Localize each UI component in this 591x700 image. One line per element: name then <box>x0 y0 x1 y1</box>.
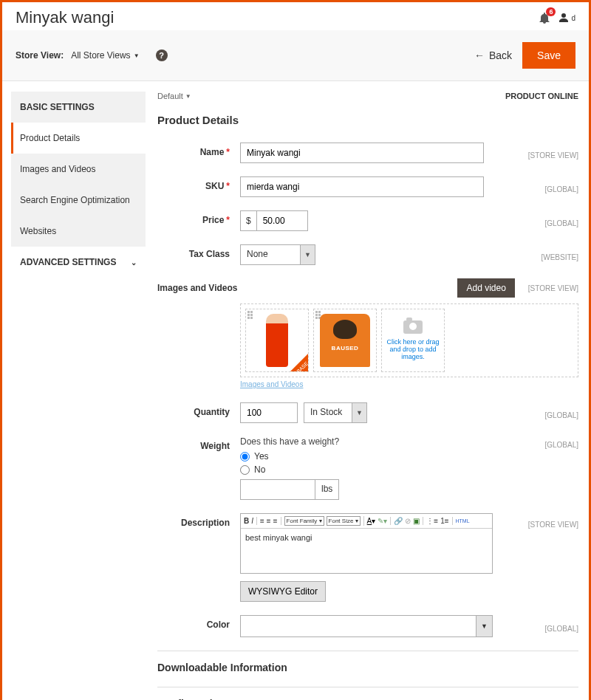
font-family-select[interactable]: Font Family ▾ <box>284 516 324 526</box>
stock-select[interactable]: In Stock ▼ <box>304 402 367 423</box>
chevron-down-icon: ▼ <box>134 52 140 59</box>
weight-unit: lbs <box>315 479 339 500</box>
weight-no-radio[interactable]: No <box>240 464 578 475</box>
highlight-icon[interactable]: ✎▾ <box>378 517 387 525</box>
tax-scope: [WEBSITE] <box>535 249 578 261</box>
weight-yes-radio[interactable]: Yes <box>240 451 578 461</box>
tax-value: None <box>240 244 301 265</box>
unlink-icon[interactable]: ⊘ <box>405 517 411 525</box>
product-image <box>320 314 370 367</box>
images-label: Images and Videos <box>157 283 238 293</box>
stock-value: In Stock <box>304 402 352 423</box>
drop-text: Click here or drag and drop to add image… <box>386 338 440 360</box>
text-color-icon[interactable]: A▾ <box>367 517 376 525</box>
chevron-down-icon: ▼ <box>352 402 367 423</box>
store-view-label: Store View: <box>16 50 64 61</box>
sku-input[interactable] <box>240 176 484 197</box>
color-label: Color <box>207 620 230 630</box>
color-select[interactable]: ▼ <box>240 615 493 637</box>
images-videos-link[interactable]: Images and Videos <box>240 380 303 388</box>
save-button[interactable]: Save <box>522 42 575 69</box>
align-center-icon[interactable]: ≡ <box>267 517 271 525</box>
sidebar-item-websites[interactable]: Websites <box>11 216 146 247</box>
sidebar-basic-header[interactable]: BASIC SETTINGS <box>11 92 146 123</box>
back-button[interactable]: ← Back <box>474 49 512 61</box>
drag-handle-icon[interactable] <box>247 311 253 319</box>
align-right-icon[interactable]: ≡ <box>273 517 278 525</box>
sidebar-item-images[interactable]: Images and Videos <box>11 154 146 185</box>
sidebar-advanced-label: ADVANCED SETTINGS <box>20 257 116 267</box>
currency-symbol: $ <box>240 210 256 231</box>
base-badge: BASE <box>290 354 308 371</box>
weight-question: Does this have a weight? <box>240 436 578 447</box>
image-icon[interactable]: ▣ <box>413 517 420 525</box>
downloadable-section[interactable]: Downloadable Information <box>157 651 578 681</box>
default-label: Default <box>157 92 183 100</box>
chevron-down-icon: ▼ <box>185 93 191 100</box>
camera-icon <box>403 320 423 334</box>
wysiwyg-button[interactable]: WYSIWYG Editor <box>240 581 326 602</box>
tax-label: Tax Class <box>189 249 230 259</box>
description-label: Description <box>181 518 230 528</box>
sidebar-item-product-details[interactable]: Product Details <box>11 123 146 154</box>
link-icon[interactable]: 🔗 <box>394 517 403 525</box>
image-drop-zone[interactable]: Click here or drag and drop to add image… <box>381 309 445 372</box>
bullet-list-icon[interactable]: ⋮≡ <box>426 517 438 525</box>
bold-icon[interactable]: B <box>244 517 249 525</box>
image-tile[interactable] <box>313 309 377 372</box>
quantity-input[interactable] <box>240 402 298 423</box>
description-editor[interactable]: B I ≡ ≡ ≡ Font Family ▾ Font Size ▾ <box>240 513 493 574</box>
notification-badge: 6 <box>546 7 556 16</box>
price-input[interactable] <box>256 210 308 231</box>
page-title: Minyak wangi <box>16 8 114 27</box>
font-size-select[interactable]: Font Size ▾ <box>327 516 361 526</box>
name-input[interactable] <box>240 143 484 163</box>
help-icon[interactable]: ? <box>156 49 168 61</box>
html-button[interactable]: HTML <box>456 518 470 524</box>
arrow-left-icon: ← <box>474 49 485 61</box>
sidebar-item-seo[interactable]: Search Engine Optimization <box>11 185 146 216</box>
name-label: Name <box>200 147 225 157</box>
images-scope: [STORE VIEW] <box>522 284 578 292</box>
sku-scope: [GLOBAL] <box>539 181 578 193</box>
image-gallery: BASE Click here or drag and drop to add … <box>240 303 578 377</box>
product-status: PRODUCT ONLINE <box>505 92 578 100</box>
sku-label: SKU <box>205 181 224 191</box>
quantity-scope: [GLOBAL] <box>539 407 578 419</box>
product-image <box>266 314 288 367</box>
chevron-down-icon: ⌄ <box>131 258 137 267</box>
price-label: Price <box>202 215 224 225</box>
tax-select[interactable]: None ▼ <box>240 244 315 265</box>
add-video-button[interactable]: Add video <box>457 278 514 298</box>
user-menu[interactable]: d <box>558 13 575 23</box>
color-scope: [GLOBAL] <box>539 620 578 633</box>
description-scope: [STORE VIEW] <box>522 516 578 529</box>
store-view-select[interactable]: All Store Views ▼ <box>71 50 139 61</box>
name-scope: [STORE VIEW] <box>522 147 578 159</box>
quantity-label: Quantity <box>194 407 230 417</box>
weight-input[interactable] <box>240 479 315 500</box>
align-left-icon[interactable]: ≡ <box>260 517 264 525</box>
weight-scope: [GLOBAL] <box>539 436 578 449</box>
chevron-down-icon: ▼ <box>301 244 315 265</box>
notifications-icon[interactable]: 6 <box>539 12 550 24</box>
image-tile[interactable]: BASE <box>245 309 309 372</box>
chevron-down-icon: ▼ <box>476 616 492 636</box>
default-select[interactable]: Default ▼ <box>157 92 191 100</box>
user-initial: d <box>571 14 575 22</box>
configurations-section[interactable]: Configurations <box>157 687 578 700</box>
sidebar-advanced-header[interactable]: ADVANCED SETTINGS ⌄ <box>11 247 146 278</box>
editor-toolbar: B I ≡ ≡ ≡ Font Family ▾ Font Size ▾ <box>241 514 492 529</box>
section-title: Product Details <box>157 114 578 126</box>
number-list-icon[interactable]: 1≡ <box>440 517 448 525</box>
price-scope: [GLOBAL] <box>539 215 578 227</box>
back-label: Back <box>489 49 512 61</box>
description-textarea[interactable]: best minyak wangi <box>241 529 492 573</box>
store-view-value: All Store Views <box>71 50 130 61</box>
italic-icon[interactable]: I <box>251 517 253 525</box>
weight-label: Weight <box>200 441 230 451</box>
